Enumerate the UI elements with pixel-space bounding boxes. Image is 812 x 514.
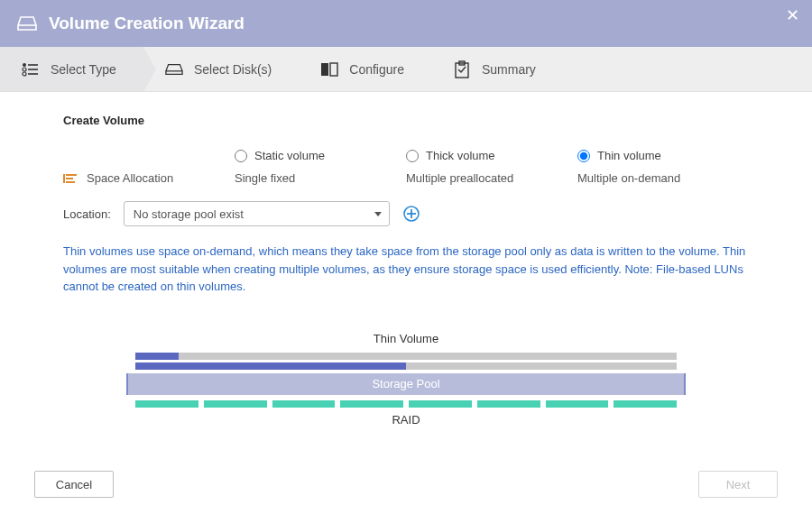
svg-point-3: [23, 68, 26, 71]
desc-static: Single fixed: [235, 171, 406, 185]
thin-volume-bars: [135, 353, 677, 370]
raid-segment: [546, 400, 609, 408]
radio-thin-volume[interactable]: Thin volume: [577, 149, 749, 162]
radio-label: Thick volume: [426, 149, 495, 162]
raid-segments: [135, 400, 677, 408]
raid-segment: [409, 400, 472, 408]
step-label: Select Type: [51, 62, 116, 77]
step-label: Summary: [482, 62, 536, 77]
step-summary[interactable]: Summary: [431, 47, 563, 91]
raid-label: RAID: [126, 413, 686, 427]
titlebar: Volume Creation Wizard ✕: [0, 0, 812, 47]
raid-segment: [272, 400, 336, 408]
location-selected-value: No storage pool exist: [134, 207, 244, 221]
radio-label: Thin volume: [597, 149, 661, 162]
step-label: Configure: [349, 62, 404, 77]
radio-static-volume[interactable]: Static volume: [235, 149, 406, 162]
svg-rect-9: [330, 63, 337, 76]
cancel-button[interactable]: Cancel: [34, 471, 114, 498]
titlebar-title: Volume Creation Wizard: [49, 14, 245, 33]
close-icon[interactable]: ✕: [786, 5, 799, 25]
step-label: Select Disk(s): [194, 62, 272, 77]
allocation-icon: [63, 172, 78, 185]
desc-thin: Multiple on-demand: [577, 171, 749, 185]
diagram-title: Thin Volume: [126, 332, 686, 345]
space-allocation-label: Space Allocation: [63, 171, 235, 185]
step-configure[interactable]: Configure: [299, 47, 431, 91]
list-icon: [22, 60, 40, 78]
radio-label: Static volume: [254, 149, 325, 162]
radio-input-static[interactable]: [235, 150, 247, 162]
location-row: Location: No storage pool exist: [63, 201, 749, 226]
raid-segment: [477, 400, 540, 408]
thin-bar-2: [135, 363, 677, 370]
radio-thick-volume[interactable]: Thick volume: [406, 149, 577, 162]
drive-icon: [16, 14, 38, 32]
radio-input-thin[interactable]: [577, 150, 590, 162]
summary-icon: [453, 60, 471, 78]
next-button: Next: [698, 471, 778, 498]
raid-segment: [614, 400, 677, 408]
section-heading: Create Volume: [63, 114, 749, 127]
svg-point-5: [23, 72, 26, 76]
footer: Cancel Next: [0, 471, 812, 498]
raid-segment: [135, 400, 198, 408]
disk-icon: [165, 60, 183, 78]
help-text: Thin volumes use space on-demand, which …: [63, 243, 749, 296]
volume-type-grid: Static volume Thick volume Thin volume S…: [63, 149, 749, 185]
location-label: Location:: [63, 207, 111, 221]
add-storage-pool-button[interactable]: [402, 205, 420, 223]
svg-point-1: [23, 63, 26, 67]
space-allocation-text: Space Allocation: [87, 171, 173, 185]
svg-rect-8: [321, 63, 328, 76]
step-bar: Select Type Select Disk(s) Configure: [0, 47, 812, 92]
raid-segment: [340, 400, 403, 408]
content-area: Create Volume Static volume Thick volume…: [0, 92, 812, 427]
step-select-type[interactable]: Select Type: [0, 47, 143, 91]
raid-segment: [204, 400, 267, 408]
volume-diagram: Thin Volume Storage Pool RAID: [126, 332, 686, 427]
storage-pool-bar: Storage Pool: [126, 373, 686, 395]
radio-input-thick[interactable]: [406, 150, 419, 162]
step-select-disks[interactable]: Select Disk(s): [143, 47, 299, 91]
configure-icon: [320, 60, 338, 78]
chevron-down-icon: [374, 212, 382, 216]
location-select[interactable]: No storage pool exist: [124, 201, 390, 226]
desc-thick: Multiple preallocated: [406, 171, 577, 185]
thin-bar-1: [135, 353, 677, 360]
